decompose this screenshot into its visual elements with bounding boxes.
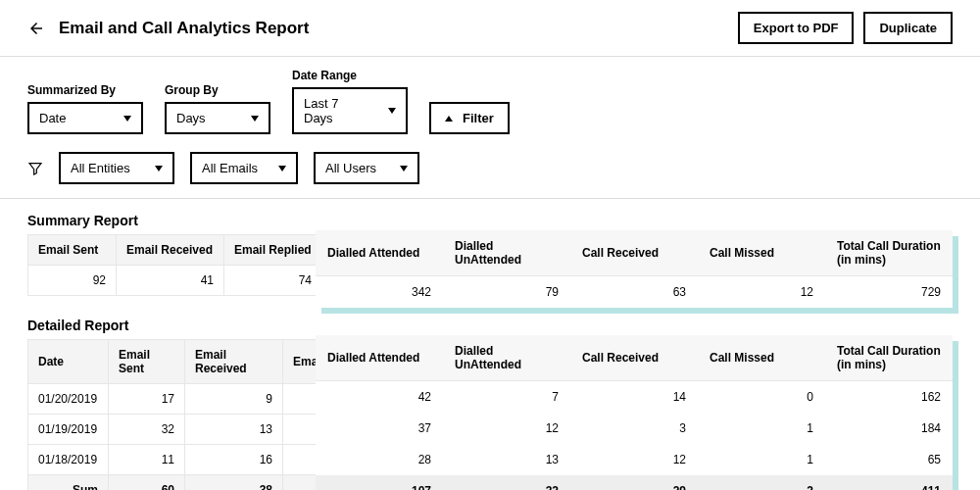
summary-overlay-card: Dialled Attended Dialled UnAttended Call… xyxy=(316,230,953,308)
summary-section: Summary Report Email Sent Email Received… xyxy=(27,213,953,296)
cell: 11 xyxy=(109,445,185,475)
page-header: Email and Call Analytics Report Export t… xyxy=(0,0,980,57)
filter-toggle-button[interactable]: Filter xyxy=(429,102,510,134)
controls-bar: Summarized By Date Group By Days Date Ra… xyxy=(0,57,980,199)
table-row: 342 79 63 12 729 xyxy=(316,276,953,309)
cell: 17 xyxy=(109,384,185,415)
funnel-icon xyxy=(27,161,43,176)
chevron-down-icon xyxy=(251,116,259,122)
table-row: 28 13 12 1 65 xyxy=(316,444,953,475)
summarized-by-label: Summarized By xyxy=(27,83,143,97)
cell: 1 xyxy=(698,444,825,475)
filter-field: Filter xyxy=(429,83,510,134)
cell: 38 xyxy=(185,475,283,491)
detailed-section: Detailed Report Date Email Sent Email Re… xyxy=(27,318,953,490)
cell: 01/20/2019 xyxy=(28,384,109,415)
content-area: Summary Report Email Sent Email Received… xyxy=(0,199,980,490)
chevron-down-icon xyxy=(278,166,286,172)
cell: 01/19/2019 xyxy=(28,415,109,445)
cell: 28 xyxy=(316,444,443,475)
cell: 162 xyxy=(825,381,953,414)
cell: 60 xyxy=(109,475,185,491)
cell: 184 xyxy=(825,413,953,444)
cell: 7 xyxy=(443,381,570,414)
cell: 74 xyxy=(224,266,322,296)
col-header: Dialled UnAttended xyxy=(443,230,570,276)
cell: 13 xyxy=(443,444,570,475)
col-header: Email Sent xyxy=(28,235,117,266)
entities-select[interactable]: All Entities xyxy=(59,152,174,184)
table-row: 42 7 14 0 162 xyxy=(316,381,953,414)
users-select[interactable]: All Users xyxy=(314,152,419,184)
chevron-down-icon xyxy=(123,116,131,122)
header-left: Email and Call Analytics Report xyxy=(27,19,309,38)
date-range-field: Date Range Last 7 Days xyxy=(292,69,408,134)
summarized-by-select[interactable]: Date xyxy=(27,102,143,134)
col-header: Email Received xyxy=(185,340,283,384)
col-header: Dialled Attended xyxy=(316,335,443,381)
group-by-field: Group By Days xyxy=(165,83,270,134)
cell: 29 xyxy=(570,475,698,490)
filter-label: Filter xyxy=(463,111,494,125)
col-header: Dialled Attended xyxy=(316,230,443,276)
cell: 3 xyxy=(570,413,698,444)
summary-table-wrap: Email Sent Email Received Email Replied … xyxy=(27,234,953,296)
summary-overlay-table: Dialled Attended Dialled UnAttended Call… xyxy=(316,230,953,308)
date-range-value: Last 7 Days xyxy=(304,96,370,125)
cell: 342 xyxy=(316,276,443,309)
col-header: Call Received xyxy=(570,335,698,381)
cell: 16 xyxy=(185,445,283,475)
cell: 107 xyxy=(316,475,443,490)
cell: 12 xyxy=(443,413,570,444)
summarized-by-value: Date xyxy=(39,111,66,125)
cell: 13 xyxy=(185,415,283,445)
col-header: Total Call Duration (in mins) xyxy=(825,230,953,276)
controls-row-1: Summarized By Date Group By Days Date Ra… xyxy=(27,69,953,134)
header-right: Export to PDF Duplicate xyxy=(738,12,953,44)
col-header: Call Missed xyxy=(698,230,825,276)
cell: 92 xyxy=(28,266,117,296)
cell: 12 xyxy=(698,276,825,309)
chevron-down-icon xyxy=(155,166,163,172)
filter-spacer xyxy=(429,83,510,97)
cell: 12 xyxy=(570,444,698,475)
emails-select[interactable]: All Emails xyxy=(190,152,298,184)
col-header: Email Sent xyxy=(109,340,185,384)
col-header: Call Missed xyxy=(698,335,825,381)
duplicate-button[interactable]: Duplicate xyxy=(863,12,953,44)
cell: 411 xyxy=(825,475,953,490)
col-header: Email Received xyxy=(117,235,224,266)
cell: 01/18/2019 xyxy=(28,445,109,475)
col-header: Email Replied xyxy=(224,235,322,266)
cell: 42 xyxy=(316,381,443,414)
date-range-select[interactable]: Last 7 Days xyxy=(292,87,408,134)
table-row: 37 12 3 1 184 xyxy=(316,413,953,444)
cell: 32 xyxy=(109,415,185,445)
export-pdf-button[interactable]: Export to PDF xyxy=(738,12,855,44)
date-range-label: Date Range xyxy=(292,69,408,82)
cell: 79 xyxy=(443,276,570,309)
table-header-row: Dialled Attended Dialled UnAttended Call… xyxy=(316,335,953,381)
cell: 41 xyxy=(117,266,224,296)
chevron-down-icon xyxy=(400,166,408,172)
group-by-label: Group By xyxy=(165,83,270,97)
chevron-up-icon xyxy=(445,116,453,122)
group-by-select[interactable]: Days xyxy=(165,102,270,134)
cell: 729 xyxy=(825,276,953,309)
chevron-down-icon xyxy=(388,108,396,114)
users-value: All Users xyxy=(325,161,376,175)
cell: 2 xyxy=(698,475,825,490)
back-arrow-icon[interactable] xyxy=(27,20,45,37)
cell: 0 xyxy=(698,381,825,414)
controls-row-2: All Entities All Emails All Users xyxy=(27,152,953,184)
col-header: Dialled UnAttended xyxy=(443,335,570,381)
cell: 1 xyxy=(698,413,825,444)
col-header: Total Call Duration (in mins) xyxy=(825,335,953,381)
cell: 37 xyxy=(316,413,443,444)
detailed-title: Detailed Report xyxy=(27,318,953,333)
detailed-overlay-card: Dialled Attended Dialled UnAttended Call… xyxy=(316,335,953,490)
detailed-table-wrap: Date Email Sent Email Received Emai 01/2… xyxy=(27,339,953,490)
cell: 65 xyxy=(825,444,953,475)
cell: 9 xyxy=(185,384,283,415)
page-title: Email and Call Analytics Report xyxy=(59,19,309,38)
